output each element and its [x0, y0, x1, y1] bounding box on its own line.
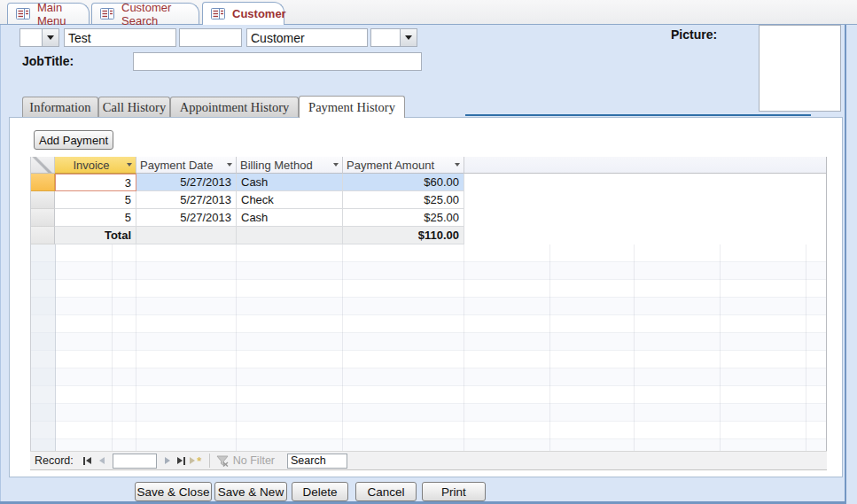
- tab-customer[interactable]: Customer: [202, 2, 284, 25]
- save-new-button[interactable]: Save & New: [214, 482, 287, 501]
- column-filter-icon[interactable]: [455, 163, 460, 167]
- middle-name-field[interactable]: [179, 28, 242, 47]
- no-filter-button[interactable]: No Filter: [216, 454, 275, 467]
- search-input[interactable]: [287, 454, 347, 469]
- row-filler: [464, 209, 826, 227]
- chevron-down-icon: [405, 35, 412, 40]
- no-filter-icon: [216, 455, 229, 467]
- record-label: Record:: [35, 454, 74, 467]
- record-number-field[interactable]: [113, 454, 157, 469]
- column-filter-icon[interactable]: [227, 163, 232, 167]
- cell-billing-method[interactable]: Check: [237, 191, 343, 209]
- previous-record-icon[interactable]: [95, 454, 109, 468]
- tab-label: Main Menu: [37, 1, 78, 27]
- cell-billing-method[interactable]: Cash: [237, 174, 343, 191]
- horizontal-divider-line: [465, 114, 811, 116]
- form-icon: [100, 8, 114, 19]
- cell-payment-amount[interactable]: $60.00: [343, 174, 464, 191]
- row-filler: [464, 174, 826, 191]
- cell-invoice[interactable]: 5: [55, 209, 136, 227]
- column-filter-icon[interactable]: [333, 163, 339, 167]
- subtab-label: Information: [29, 100, 90, 115]
- subtab-appointment-history[interactable]: Appointment History: [170, 97, 299, 117]
- form-icon: [16, 8, 30, 19]
- first-record-icon[interactable]: [81, 454, 95, 468]
- job-title-field[interactable]: [133, 52, 422, 71]
- cell-payment-date[interactable]: 5/27/2013: [136, 174, 237, 191]
- table-total-row: Total $110.00: [31, 227, 826, 244]
- last-name-field[interactable]: [246, 28, 368, 47]
- save-close-button[interactable]: Save & Close: [135, 482, 212, 501]
- payments-datasheet: Invoice Payment Date Billing Method Paym…: [30, 157, 827, 451]
- picture-frame[interactable]: [759, 25, 841, 112]
- form-icon: [211, 8, 225, 19]
- separator: [209, 454, 210, 468]
- cell-invoice[interactable]: 5: [55, 191, 136, 209]
- column-header-payment-date[interactable]: Payment Date: [136, 157, 237, 174]
- tab-label: Customer: [232, 7, 286, 20]
- title-combobox-value: [20, 29, 42, 46]
- suffix-combobox[interactable]: [370, 28, 417, 47]
- next-record-icon[interactable]: [160, 454, 175, 468]
- subtab-call-history[interactable]: Call History: [98, 97, 170, 117]
- total-amount: $110.00: [343, 227, 464, 244]
- cell-payment-date[interactable]: 5/27/2013: [136, 209, 237, 227]
- suffix-combobox-value: [371, 29, 400, 46]
- record-selector[interactable]: [31, 191, 55, 209]
- subtab-payment-history[interactable]: Payment History: [299, 96, 405, 118]
- chevron-down-icon: [47, 35, 54, 40]
- subtab-information[interactable]: Information: [22, 97, 98, 117]
- job-title-label: JobTitle:: [22, 54, 74, 68]
- window-border-left: [0, 25, 1, 501]
- payment-history-panel: Add Payment Invoice Payment Date Billing…: [9, 117, 843, 477]
- print-button[interactable]: Print: [422, 482, 486, 501]
- subtab-label: Payment History: [308, 100, 395, 115]
- cell-billing-method[interactable]: Cash: [237, 209, 343, 227]
- select-all-icon[interactable]: [31, 157, 55, 174]
- first-name-field[interactable]: [64, 28, 176, 47]
- window-border-right: [845, 25, 846, 501]
- suffix-combobox-button[interactable]: [400, 29, 417, 46]
- picture-label: Picture:: [671, 27, 717, 42]
- no-filter-label: No Filter: [233, 454, 275, 467]
- record-selector[interactable]: [31, 209, 55, 227]
- table-row: 5 5/27/2013 Cash $25.00: [31, 209, 826, 227]
- datasheet-header-row: Invoice Payment Date Billing Method Paym…: [31, 157, 826, 174]
- tab-customer-search[interactable]: Customer Search: [91, 3, 199, 24]
- empty-grid-area: [31, 244, 827, 451]
- tab-main-menu[interactable]: Main Menu: [7, 3, 90, 24]
- record-selector: [31, 227, 55, 244]
- column-filter-icon[interactable]: [127, 163, 132, 167]
- title-combobox[interactable]: [19, 28, 59, 47]
- cancel-button[interactable]: Cancel: [355, 482, 417, 501]
- tab-label: Customer Search: [121, 1, 188, 27]
- delete-button[interactable]: Delete: [292, 482, 348, 501]
- table-row: 3 5/27/2013 Cash $60.00: [31, 174, 826, 191]
- total-empty-cell: [237, 227, 343, 244]
- row-filler: [464, 191, 826, 209]
- customer-form-window: Main Menu Customer Search Customer JobTi…: [0, 0, 857, 504]
- subtab-label: Call History: [103, 100, 166, 115]
- header-filler: [464, 157, 826, 174]
- title-combobox-button[interactable]: [42, 29, 58, 46]
- cell-payment-amount[interactable]: $25.00: [343, 209, 464, 227]
- column-header-invoice[interactable]: Invoice: [55, 157, 136, 174]
- column-header-billing-method[interactable]: Billing Method: [237, 157, 343, 174]
- cell-payment-amount[interactable]: $25.00: [343, 191, 464, 209]
- last-record-icon[interactable]: [175, 454, 189, 468]
- cell-invoice[interactable]: 3: [55, 174, 136, 191]
- cell-payment-date[interactable]: 5/27/2013: [136, 191, 237, 209]
- total-empty-cell: [136, 227, 237, 244]
- table-row: 5 5/27/2013 Check $25.00: [31, 191, 826, 209]
- total-label: Total: [55, 227, 136, 244]
- new-record-icon[interactable]: *: [189, 454, 203, 468]
- column-header-payment-amount[interactable]: Payment Amount: [343, 157, 464, 174]
- nav-tab-strip: Main Menu Customer Search Customer: [0, 0, 857, 25]
- subtab-label: Appointment History: [180, 100, 290, 115]
- record-navigation-bar: Record: * No Filter: [30, 451, 827, 470]
- add-payment-button[interactable]: Add Payment: [34, 130, 113, 150]
- record-selector-current[interactable]: [31, 174, 55, 191]
- row-filler: [464, 227, 826, 244]
